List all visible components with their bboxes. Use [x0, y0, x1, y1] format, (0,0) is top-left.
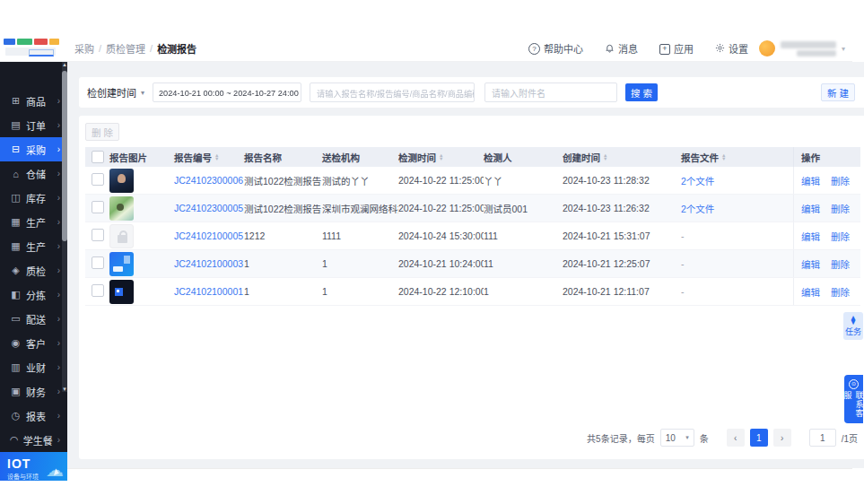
scroll-down-icon[interactable]: ▼ [62, 387, 67, 392]
reports-icon: ◷ [10, 410, 22, 421]
topbar-item-label: 消息 [618, 41, 638, 56]
column-header-报告文件[interactable]: 报告文件▲▼ [681, 151, 793, 164]
sidebar-item-学生餐[interactable]: ◠学生餐› [0, 428, 67, 452]
app-logo[interactable] [0, 36, 67, 61]
next-page-button[interactable]: › [773, 429, 791, 447]
column-header-创建时间[interactable]: 创建时间▲▼ [563, 151, 681, 164]
sort-icon[interactable]: ▲▼ [439, 153, 443, 161]
select-all-checkbox[interactable] [92, 151, 104, 163]
report-files-link[interactable]: 2个文件 [681, 176, 714, 187]
avatar[interactable] [759, 40, 775, 56]
row-checkbox[interactable] [92, 284, 104, 297]
sidebar-item-生产[interactable]: ▦生产› [0, 234, 67, 258]
sort-icon[interactable]: ▲▼ [214, 153, 219, 161]
delete-link[interactable]: 删除 [831, 230, 850, 243]
sort-icon[interactable]: ▲▼ [603, 153, 607, 161]
tasks-floating-button[interactable]: ⧫ 任务 [843, 312, 863, 340]
create-button[interactable]: 新 建 [821, 83, 855, 101]
row-checkbox[interactable] [92, 229, 104, 241]
report-files-cell: 2个文件 [681, 174, 793, 187]
row-checkbox[interactable] [92, 201, 104, 213]
report-image-bluelogo[interactable] [109, 252, 134, 276]
keyword-search-input[interactable]: 请输入报告名称/报告编号/商品名称/商品编码 [310, 83, 475, 102]
sidebar-item-订单[interactable]: ▤订单› [0, 113, 67, 137]
column-header-操作: 操作 [793, 147, 860, 167]
page-jump-input[interactable]: 1 [809, 429, 836, 447]
delete-link[interactable]: 删除 [831, 257, 850, 271]
report-id-link[interactable]: JC24102300006 [174, 175, 243, 186]
row-checkbox-cell [92, 201, 109, 215]
chevron-right-icon: › [57, 435, 60, 445]
report-image-cell [109, 224, 174, 248]
sort-icon[interactable]: ▲▼ [721, 153, 726, 161]
report-files-link[interactable]: 2个文件 [681, 204, 714, 214]
report-id-link[interactable]: JC24102300005 [174, 203, 243, 213]
breadcrumb-separator: / [150, 43, 153, 54]
date-range-input[interactable]: 2024-10-21 00:00 ~ 2024-10-27 24:00 [153, 83, 301, 102]
sidebar-item-质检[interactable]: ◈质检› [0, 258, 67, 282]
search-button[interactable]: 搜 索 [625, 83, 658, 101]
sidebar-item-业财[interactable]: ▥业财› [0, 355, 67, 379]
test-time-cell: 2024-10-24 15:30:00 [398, 230, 484, 241]
iot-module-badge[interactable]: IOT 设备与环境 ☁ [0, 452, 67, 481]
topbar-item-帮助中心[interactable]: ?帮助中心 [528, 41, 583, 56]
report-id-cell: JC24102100005 [174, 230, 244, 241]
report-files-empty: - [681, 230, 685, 241]
column-header-label: 检测人 [484, 151, 512, 164]
breadcrumb-item[interactable]: 采购 [74, 41, 94, 56]
sidebar-item-客户[interactable]: ◉客户› [0, 331, 67, 355]
customer-service-tab[interactable]: ⊙ 联系客服 [844, 375, 863, 423]
edit-link[interactable]: 编辑 [801, 230, 820, 243]
edit-link[interactable]: 编辑 [801, 257, 820, 271]
breadcrumb-item[interactable]: 质检管理 [106, 41, 145, 56]
topbar-item-应用[interactable]: +应用 [659, 41, 694, 56]
report-id-link[interactable]: JC24102100001 [174, 286, 243, 297]
bell-icon [605, 43, 615, 55]
attachment-placeholder: 请输入附件名 [492, 86, 545, 100]
report-id-cell: JC24102300006 [174, 175, 244, 186]
sidebar-item-label: 仓储 [26, 167, 53, 181]
edit-link[interactable]: 编辑 [801, 202, 820, 215]
prev-page-button[interactable]: ‹ [727, 429, 745, 447]
report-image-darklogo[interactable] [109, 280, 134, 304]
bulk-delete-button[interactable]: 删 除 [85, 123, 119, 141]
user-menu[interactable]: ▾ [759, 40, 845, 56]
report-id-link[interactable]: JC24102100003 [174, 258, 243, 269]
sidebar-item-库存[interactable]: ◫库存› [0, 186, 67, 210]
sidebar-vertical-scrollbar[interactable]: ▲ ▼ [62, 62, 67, 392]
report-image-photo[interactable] [109, 196, 134, 221]
topbar-item-消息[interactable]: 消息 [605, 41, 638, 56]
sidebar-item-商品[interactable]: ⊞商品› [0, 89, 67, 113]
report-files-empty: - [681, 258, 685, 269]
sidebar-item-财务[interactable]: ▣财务› [0, 379, 67, 404]
report-id-link[interactable]: JC24102100005 [174, 230, 243, 241]
page-size-select[interactable]: 10 ▾ [660, 429, 694, 447]
report-image-empty[interactable] [109, 224, 134, 248]
time-type-select[interactable]: 检创建时间 [87, 85, 136, 100]
sidebar-item-label: 质检 [26, 264, 53, 278]
sidebar-item-分拣[interactable]: ◧分拣› [0, 282, 67, 307]
report-image-portrait[interactable] [109, 169, 134, 193]
edit-link[interactable]: 编辑 [801, 285, 820, 299]
sidebar-item-报表[interactable]: ◷报表› [0, 404, 67, 428]
row-checkbox[interactable] [92, 173, 104, 186]
inspection-org-cell: 1 [322, 286, 398, 297]
sidebar-item-生产[interactable]: ▦生产› [0, 210, 67, 234]
delete-link[interactable]: 删除 [831, 174, 850, 187]
delete-link[interactable]: 删除 [831, 285, 850, 299]
sidebar-item-采购[interactable]: ⊟采购› [0, 137, 67, 161]
current-page-button[interactable]: 1 [750, 429, 768, 447]
column-header-报告编号[interactable]: 报告编号▲▼ [174, 151, 244, 164]
top-menu: ?帮助中心消息+应用设置 [528, 41, 748, 56]
edit-link[interactable]: 编辑 [801, 174, 820, 187]
scroll-up-icon[interactable]: ▲ [62, 62, 67, 67]
column-header-检测时间[interactable]: 检测时间▲▼ [398, 151, 484, 164]
attachment-name-input[interactable]: 请输入附件名 [484, 83, 617, 102]
sidebar-item-配送[interactable]: ▭配送› [0, 307, 67, 331]
topbar-item-设置[interactable]: 设置 [715, 41, 748, 56]
breadcrumb-item[interactable]: 检测报告 [157, 41, 196, 56]
sidebar-item-仓储[interactable]: ⌂仓储› [0, 161, 67, 186]
row-actions-cell: 编辑删除 [793, 167, 860, 194]
delete-link[interactable]: 删除 [831, 202, 850, 215]
row-checkbox[interactable] [92, 256, 104, 269]
